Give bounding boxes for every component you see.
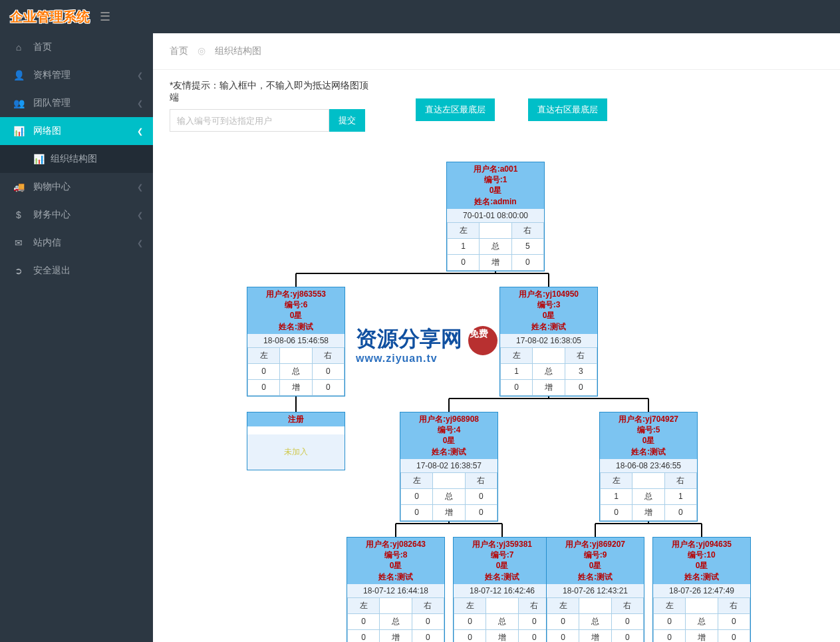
sidebar: ⌂ 首页 👤 资料管理 ❮ 👥 团队管理 ❮ 📊 网络图 ❮ 📊 组织结构图 🚚… [0, 33, 153, 642]
watermark: 资源分享网 免费 www.ziyuan.tv [356, 325, 497, 365]
breadcrumb-home[interactable]: 首页 [170, 45, 188, 56]
chevron-left-icon: ❮ [137, 183, 143, 192]
breadcrumb-sep: ◎ [198, 45, 206, 56]
sidebar-item-finance[interactable]: $ 财务中心 ❮ [0, 201, 153, 229]
node-timestamp: 70-01-01 08:00:00 [447, 208, 544, 222]
tree-node-leaf3[interactable]: 用户名:yj869207编号:90星姓名:测试 18-07-26 12:43:2… [546, 537, 644, 642]
tree-node-r[interactable]: 用户名:yj104950编号:30星姓名:测试 17-08-02 16:38:0… [499, 287, 598, 397]
sidebar-item-mall[interactable]: 🚚 购物中心 ❮ [0, 173, 153, 201]
hint-text: *友情提示：输入框中，不输入即为抵达网络图顶端 [170, 80, 369, 104]
node-header: 用户名:a001 编号:1 0星 姓名:admin [447, 162, 544, 208]
watermark-seal: 免费 [468, 326, 497, 355]
watermark-url: www.ziyuan.tv [356, 353, 497, 365]
chevron-left-icon: ❮ [137, 211, 143, 220]
truck-icon: 🚚 [12, 182, 25, 192]
register-header: 注册 [247, 412, 345, 426]
sidebar-label-mall: 购物中心 [33, 181, 70, 193]
sidebar-item-inbox[interactable]: ✉ 站内信 ❮ [0, 229, 153, 257]
register-body: 未加入 [247, 434, 345, 470]
submit-button[interactable]: 提交 [329, 109, 365, 132]
chevron-left-icon: ❮ [137, 127, 143, 136]
org-tree: 资源分享网 免费 www.ziyuan.tv 用户名:a001 编号:1 0星 … [170, 162, 821, 642]
sidebar-item-home[interactable]: ⌂ 首页 [0, 33, 153, 61]
tree-node-l[interactable]: 用户名:yj863553编号:60星姓名:测试 18-08-06 15:46:5… [247, 287, 345, 397]
sidebar-label-network: 网络图 [33, 125, 61, 137]
users-icon: 👥 [12, 98, 25, 108]
sidebar-label-logout: 安全退出 [33, 265, 70, 277]
envelope-icon: ✉ [12, 238, 25, 248]
sidebar-label-home: 首页 [33, 41, 52, 53]
tree-node-leaf4[interactable]: 用户名:yj094635编号:100星姓名:测试 18-07-26 12:47:… [652, 537, 751, 642]
sidebar-label-inbox: 站内信 [33, 237, 61, 249]
sidebar-item-team[interactable]: 👥 团队管理 ❮ [0, 89, 153, 117]
sitemap-icon: 📊 [12, 126, 25, 136]
sidebar-label-team: 团队管理 [33, 97, 70, 109]
home-icon: ⌂ [12, 42, 25, 53]
search-input[interactable] [170, 109, 329, 132]
tree-node-register[interactable]: 注册 未加入 [247, 412, 345, 470]
breadcrumb-current: 组织结构图 [215, 45, 261, 56]
sidebar-label-finance: 财务中心 [33, 209, 70, 221]
tree-node-rr[interactable]: 用户名:yj704927编号:50星姓名:测试 18-06-08 23:46:5… [599, 412, 698, 522]
sidebar-item-network[interactable]: 📊 网络图 ❮ [0, 117, 153, 145]
watermark-text: 资源分享网 [356, 327, 462, 351]
sidebar-label-profile: 资料管理 [33, 69, 70, 81]
sidebar-sublabel-orgchart: 组织结构图 [51, 153, 97, 165]
main: 首页 ◎ 组织结构图 *友情提示：输入框中，不输入即为抵达网络图顶端 提交 直达… [153, 33, 840, 642]
content: *友情提示：输入框中，不输入即为抵达网络图顶端 提交 直达左区最底层 直达右区最… [153, 70, 840, 642]
breadcrumb: 首页 ◎ 组织结构图 [153, 33, 840, 70]
logout-icon: ➲ [12, 265, 25, 276]
chevron-left-icon: ❮ [137, 71, 143, 80]
goto-right-bottom-button[interactable]: 直达右区最底层 [528, 98, 607, 121]
dollar-icon: $ [12, 210, 25, 220]
app-logo: 企业管理系统 [10, 8, 90, 26]
chevron-left-icon: ❮ [137, 239, 143, 247]
tree-node-root[interactable]: 用户名:a001 编号:1 0星 姓名:admin 70-01-01 08:00… [446, 162, 545, 271]
barchart-icon: 📊 [33, 154, 44, 164]
sidebar-item-logout[interactable]: ➲ 安全退出 [0, 257, 153, 285]
tree-node-leaf1[interactable]: 用户名:yj082643编号:80星姓名:测试 18-07-12 16:44:1… [347, 537, 445, 642]
goto-left-bottom-button[interactable]: 直达左区最底层 [416, 98, 495, 121]
sidebar-item-profile[interactable]: 👤 资料管理 ❮ [0, 61, 153, 89]
tree-node-leaf2[interactable]: 用户名:yj359381编号:70星姓名:测试 18-07-12 16:42:4… [453, 537, 551, 642]
node-table: 左右1总50增0 [447, 222, 544, 271]
chevron-left-icon: ❮ [137, 99, 143, 108]
menu-toggle-icon[interactable]: ☰ [100, 9, 110, 24]
tree-node-rl[interactable]: 用户名:yj968908编号:40星姓名:测试 17-08-02 16:38:5… [400, 412, 498, 522]
sidebar-subitem-orgchart[interactable]: 📊 组织结构图 [0, 145, 153, 173]
user-icon: 👤 [12, 70, 25, 80]
topbar: 企业管理系统 ☰ [0, 0, 840, 33]
